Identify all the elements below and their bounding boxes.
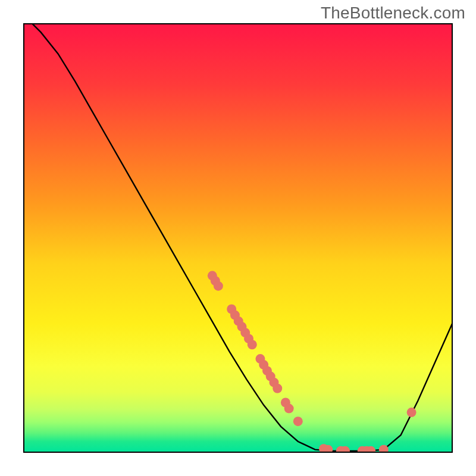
data-marker [340,446,350,456]
data-marker [379,445,389,455]
data-marker [323,445,333,455]
watermark-text: TheBottleneck.com [321,4,465,23]
data-marker [293,416,303,426]
data-marker [273,384,282,393]
data-marker [366,446,375,456]
gradient-background [24,24,452,452]
data-marker [214,281,223,291]
bottleneck-chart [0,0,476,476]
data-marker [407,408,416,417]
data-marker [284,404,294,414]
chart-container: TheBottleneck.com [0,0,476,476]
data-marker [248,340,257,349]
